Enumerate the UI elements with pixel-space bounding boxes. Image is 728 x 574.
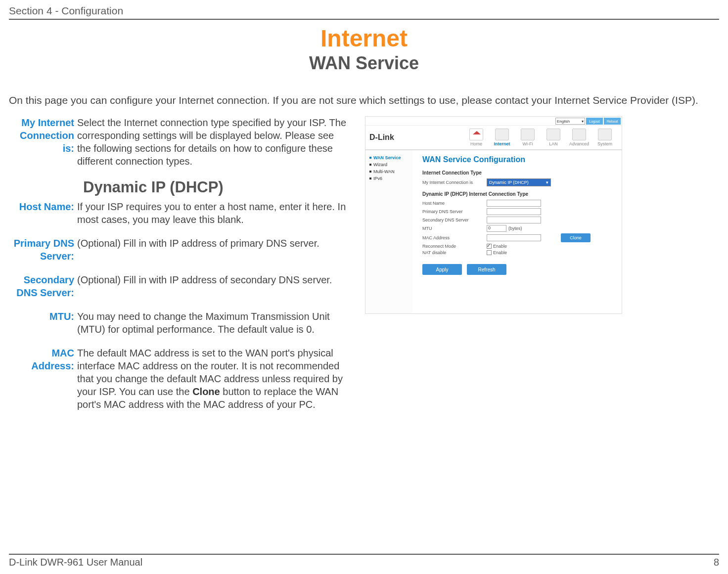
mac-input[interactable] (487, 234, 541, 241)
nat-enable-text: Enable (493, 250, 507, 255)
connection-type-select[interactable]: Dynamic IP (DHCP) ▾ (487, 178, 551, 186)
nav-lan-label: LAN (549, 141, 558, 146)
wifi-icon (521, 129, 535, 140)
field-label-sdns: Secondary DNS Server (422, 218, 487, 222)
nav-internet[interactable]: Internet (489, 129, 515, 146)
logo: D-Link (369, 133, 414, 142)
router-ui-screenshot: English ▾ Logout Reboot D-Link Home Inte… (365, 116, 622, 314)
text-secondary-dns: (Optional) Fill in with IP address of se… (77, 273, 350, 299)
nav-advanced-label: Advanced (569, 141, 589, 146)
field-label-pdns: Primary DNS Server (422, 209, 487, 214)
footer-left: D-Link DWR-961 User Manual (9, 557, 142, 568)
language-value: English (557, 119, 570, 124)
text-primary-dns: (Optional) Fill in with IP address of pr… (77, 237, 350, 263)
chevron-down-icon: ▾ (582, 119, 584, 124)
lan-icon (546, 129, 560, 140)
primary-dns-input[interactable] (487, 208, 541, 215)
panel-title: WAN Service Configuration (422, 155, 612, 164)
nav-system-label: System (597, 141, 612, 146)
nav-internet-label: Internet (494, 141, 510, 146)
system-icon (598, 129, 612, 140)
clone-button[interactable]: Clone (561, 233, 591, 242)
subheading-dhcp: Dynamic IP (DHCP) (83, 178, 350, 196)
field-label-reconnect: Reconnect Mode (422, 244, 487, 249)
label-secondary-dns: Secondary DNS Server: (9, 273, 77, 299)
nav-home-label: Home (470, 141, 482, 146)
label-mtu: MTU: (9, 310, 77, 336)
definitions-column: My Internet Connection is: Select the In… (9, 116, 350, 422)
nav-wifi[interactable]: Wi-Fi (515, 129, 541, 146)
nav-lan[interactable]: LAN (541, 129, 566, 146)
language-select[interactable]: English ▾ (555, 118, 585, 125)
page-subtitle: WAN Service (9, 53, 719, 74)
text-mtu: You may need to change the Maximum Trans… (77, 310, 350, 336)
sidebar-item-wan[interactable]: WAN Service (369, 154, 409, 161)
footer-page-number: 8 (714, 557, 719, 568)
field-label-mtu: MTU (422, 226, 487, 231)
mac-bold: Clone (192, 386, 220, 397)
text-mac: The default MAC address is set to the WA… (77, 347, 350, 411)
mtu-input[interactable]: 0 (487, 225, 506, 232)
logout-button[interactable]: Logout (586, 118, 603, 125)
field-label-mac: MAC Address (422, 235, 487, 240)
sidebar-item-ipv6[interactable]: IPv6 (369, 175, 409, 182)
reboot-button[interactable]: Reboot (604, 118, 621, 125)
nav-home[interactable]: Home (463, 129, 489, 146)
label-host-name: Host Name: (9, 200, 77, 226)
section-conn-type: Internet Connection Type (422, 170, 612, 176)
field-label-nat: NAT disable (422, 250, 487, 255)
advanced-icon (572, 129, 586, 140)
refresh-button[interactable]: Refresh (467, 264, 506, 275)
nav-system[interactable]: System (592, 129, 618, 146)
apply-button[interactable]: Apply (422, 264, 462, 275)
secondary-dns-input[interactable] (487, 217, 541, 223)
field-label-my-conn: My Internet Connection is (422, 180, 487, 185)
sidebar-item-wizard[interactable]: Wizard (369, 161, 409, 168)
section-header: Section 4 - Configuration (9, 5, 719, 20)
label-primary-dns: Primary DNS Server: (9, 237, 77, 263)
nav-advanced[interactable]: Advanced (566, 129, 592, 146)
reconnect-checkbox[interactable] (487, 244, 492, 249)
text-host-name: If your ISP requires you to enter a host… (77, 200, 350, 226)
label-mac: MAC Address: (9, 347, 77, 411)
field-label-hostname: Host Name (422, 201, 487, 206)
section-dhcp: Dynamic IP (DHCP) Internet Connection Ty… (422, 191, 612, 197)
nav-wifi-label: Wi-Fi (523, 141, 533, 146)
sidebar-item-multiwan[interactable]: Multi-WAN (369, 168, 409, 175)
hostname-input[interactable] (487, 200, 541, 207)
internet-icon (495, 129, 509, 140)
reconnect-enable-text: Enable (493, 244, 507, 249)
connection-type-value: Dynamic IP (DHCP) (489, 180, 529, 185)
mtu-unit: (bytes) (508, 226, 522, 231)
chevron-down-icon: ▾ (546, 180, 548, 185)
home-icon (469, 129, 483, 140)
page-title: Internet (9, 25, 719, 52)
text-my-internet: Select the Internet connection type spec… (77, 116, 350, 168)
intro-text: On this page you can configure your Inte… (9, 93, 719, 107)
nat-checkbox[interactable] (487, 250, 492, 255)
label-my-internet: My Internet Connection is: (9, 116, 77, 168)
